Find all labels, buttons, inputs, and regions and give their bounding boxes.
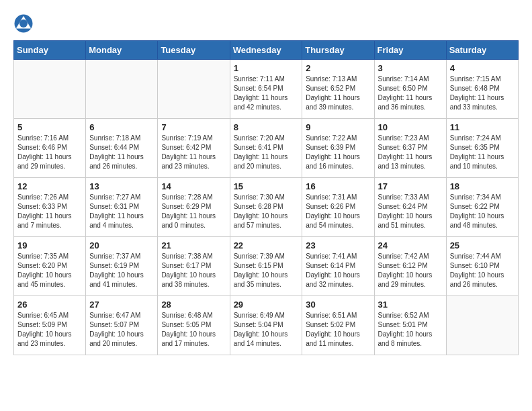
calendar-week-row: 5Sunrise: 7:16 AM Sunset: 6:46 PM Daylig… bbox=[14, 119, 519, 178]
col-header-monday: Monday bbox=[86, 41, 158, 60]
day-number: 27 bbox=[89, 300, 154, 310]
col-header-friday: Friday bbox=[374, 41, 446, 60]
day-info: Sunrise: 6:45 AM Sunset: 5:09 PM Dayligh… bbox=[17, 311, 82, 349]
day-info: Sunrise: 7:30 AM Sunset: 6:28 PM Dayligh… bbox=[234, 193, 299, 230]
calendar-week-row: 1Sunrise: 7:11 AM Sunset: 6:54 PM Daylig… bbox=[14, 60, 519, 119]
day-info: Sunrise: 7:41 AM Sunset: 6:14 PM Dayligh… bbox=[306, 252, 370, 289]
calendar-cell bbox=[14, 60, 86, 119]
calendar-cell: 14Sunrise: 7:28 AM Sunset: 6:29 PM Dayli… bbox=[158, 178, 230, 237]
calendar-week-row: 19Sunrise: 7:35 AM Sunset: 6:20 PM Dayli… bbox=[14, 237, 519, 296]
calendar-cell: 12Sunrise: 7:26 AM Sunset: 6:33 PM Dayli… bbox=[14, 178, 86, 237]
calendar-cell: 24Sunrise: 7:42 AM Sunset: 6:12 PM Dayli… bbox=[374, 237, 446, 296]
day-info: Sunrise: 7:38 AM Sunset: 6:17 PM Dayligh… bbox=[161, 252, 226, 289]
calendar-cell: 6Sunrise: 7:18 AM Sunset: 6:44 PM Daylig… bbox=[86, 119, 158, 178]
calendar-cell: 15Sunrise: 7:30 AM Sunset: 6:28 PM Dayli… bbox=[230, 178, 302, 237]
day-info: Sunrise: 7:18 AM Sunset: 6:44 PM Dayligh… bbox=[89, 134, 154, 171]
day-info: Sunrise: 7:13 AM Sunset: 6:52 PM Dayligh… bbox=[306, 75, 370, 112]
calendar-cell: 30Sunrise: 6:51 AM Sunset: 5:02 PM Dayli… bbox=[302, 296, 374, 355]
day-number: 19 bbox=[17, 240, 82, 250]
calendar-cell: 27Sunrise: 6:47 AM Sunset: 5:07 PM Dayli… bbox=[86, 296, 158, 355]
calendar-cell: 11Sunrise: 7:24 AM Sunset: 6:35 PM Dayli… bbox=[446, 119, 518, 178]
day-number: 30 bbox=[306, 300, 370, 310]
day-number: 28 bbox=[161, 300, 226, 310]
calendar-week-row: 26Sunrise: 6:45 AM Sunset: 5:09 PM Dayli… bbox=[14, 296, 519, 355]
day-number: 21 bbox=[161, 240, 226, 250]
calendar-cell bbox=[446, 296, 518, 355]
day-number: 11 bbox=[450, 122, 515, 132]
col-header-wednesday: Wednesday bbox=[230, 41, 302, 60]
day-info: Sunrise: 7:35 AM Sunset: 6:20 PM Dayligh… bbox=[17, 252, 82, 289]
calendar-cell: 4Sunrise: 7:15 AM Sunset: 6:48 PM Daylig… bbox=[446, 60, 518, 119]
day-number: 15 bbox=[234, 181, 299, 191]
day-info: Sunrise: 7:15 AM Sunset: 6:48 PM Dayligh… bbox=[450, 75, 515, 112]
day-number: 25 bbox=[450, 240, 515, 250]
calendar-cell: 28Sunrise: 6:48 AM Sunset: 5:05 PM Dayli… bbox=[158, 296, 230, 355]
calendar-cell: 21Sunrise: 7:38 AM Sunset: 6:17 PM Dayli… bbox=[158, 237, 230, 296]
day-number: 26 bbox=[17, 300, 82, 310]
col-header-sunday: Sunday bbox=[14, 41, 86, 60]
calendar-cell: 23Sunrise: 7:41 AM Sunset: 6:14 PM Dayli… bbox=[302, 237, 374, 296]
calendar-cell: 26Sunrise: 6:45 AM Sunset: 5:09 PM Dayli… bbox=[14, 296, 86, 355]
day-number: 14 bbox=[161, 181, 226, 191]
day-number: 24 bbox=[378, 240, 443, 250]
calendar-cell: 13Sunrise: 7:27 AM Sunset: 6:31 PM Dayli… bbox=[86, 178, 158, 237]
day-number: 3 bbox=[378, 63, 443, 73]
calendar-cell: 25Sunrise: 7:44 AM Sunset: 6:10 PM Dayli… bbox=[446, 237, 518, 296]
calendar-cell: 31Sunrise: 6:52 AM Sunset: 5:01 PM Dayli… bbox=[374, 296, 446, 355]
calendar-cell: 2Sunrise: 7:13 AM Sunset: 6:52 PM Daylig… bbox=[302, 60, 374, 119]
day-info: Sunrise: 7:24 AM Sunset: 6:35 PM Dayligh… bbox=[450, 134, 515, 171]
calendar-cell: 5Sunrise: 7:16 AM Sunset: 6:46 PM Daylig… bbox=[14, 119, 86, 178]
day-number: 7 bbox=[161, 122, 226, 132]
day-info: Sunrise: 6:51 AM Sunset: 5:02 PM Dayligh… bbox=[306, 311, 370, 349]
col-header-thursday: Thursday bbox=[302, 41, 374, 60]
day-info: Sunrise: 7:33 AM Sunset: 6:24 PM Dayligh… bbox=[378, 193, 443, 230]
day-number: 22 bbox=[234, 240, 299, 250]
calendar-cell: 29Sunrise: 6:49 AM Sunset: 5:04 PM Dayli… bbox=[230, 296, 302, 355]
day-number: 2 bbox=[306, 63, 370, 73]
day-info: Sunrise: 7:44 AM Sunset: 6:10 PM Dayligh… bbox=[450, 252, 515, 289]
calendar-cell: 16Sunrise: 7:31 AM Sunset: 6:26 PM Dayli… bbox=[302, 178, 374, 237]
day-info: Sunrise: 7:31 AM Sunset: 6:26 PM Dayligh… bbox=[306, 193, 370, 230]
day-info: Sunrise: 7:11 AM Sunset: 6:54 PM Dayligh… bbox=[234, 75, 299, 112]
calendar-week-row: 12Sunrise: 7:26 AM Sunset: 6:33 PM Dayli… bbox=[14, 178, 519, 237]
day-number: 31 bbox=[378, 300, 443, 310]
calendar-cell: 20Sunrise: 7:37 AM Sunset: 6:19 PM Dayli… bbox=[86, 237, 158, 296]
logo-icon bbox=[13, 13, 34, 34]
day-number: 23 bbox=[306, 240, 370, 250]
day-number: 18 bbox=[450, 181, 515, 191]
day-number: 20 bbox=[89, 240, 154, 250]
day-info: Sunrise: 7:42 AM Sunset: 6:12 PM Dayligh… bbox=[378, 252, 443, 289]
calendar-cell: 7Sunrise: 7:19 AM Sunset: 6:42 PM Daylig… bbox=[158, 119, 230, 178]
calendar-cell: 8Sunrise: 7:20 AM Sunset: 6:41 PM Daylig… bbox=[230, 119, 302, 178]
day-number: 10 bbox=[378, 122, 443, 132]
day-number: 1 bbox=[234, 63, 299, 73]
svg-point-2 bbox=[19, 19, 28, 28]
calendar-cell: 9Sunrise: 7:22 AM Sunset: 6:39 PM Daylig… bbox=[302, 119, 374, 178]
logo bbox=[13, 13, 36, 34]
day-number: 9 bbox=[306, 122, 370, 132]
calendar-header-row: SundayMondayTuesdayWednesdayThursdayFrid… bbox=[14, 41, 519, 60]
day-number: 6 bbox=[89, 122, 154, 132]
day-info: Sunrise: 6:48 AM Sunset: 5:05 PM Dayligh… bbox=[161, 311, 226, 349]
calendar-cell: 17Sunrise: 7:33 AM Sunset: 6:24 PM Dayli… bbox=[374, 178, 446, 237]
calendar-cell: 10Sunrise: 7:23 AM Sunset: 6:37 PM Dayli… bbox=[374, 119, 446, 178]
calendar-cell: 18Sunrise: 7:34 AM Sunset: 6:22 PM Dayli… bbox=[446, 178, 518, 237]
calendar-cell bbox=[86, 60, 158, 119]
calendar-cell: 19Sunrise: 7:35 AM Sunset: 6:20 PM Dayli… bbox=[14, 237, 86, 296]
col-header-tuesday: Tuesday bbox=[158, 41, 230, 60]
day-info: Sunrise: 7:20 AM Sunset: 6:41 PM Dayligh… bbox=[234, 134, 299, 171]
day-info: Sunrise: 7:26 AM Sunset: 6:33 PM Dayligh… bbox=[17, 193, 82, 230]
calendar-cell bbox=[158, 60, 230, 119]
day-info: Sunrise: 7:27 AM Sunset: 6:31 PM Dayligh… bbox=[89, 193, 154, 230]
day-number: 5 bbox=[17, 122, 82, 132]
calendar-table: SundayMondayTuesdayWednesdayThursdayFrid… bbox=[13, 40, 519, 355]
day-number: 17 bbox=[378, 181, 443, 191]
day-info: Sunrise: 7:39 AM Sunset: 6:15 PM Dayligh… bbox=[234, 252, 299, 289]
calendar-cell: 22Sunrise: 7:39 AM Sunset: 6:15 PM Dayli… bbox=[230, 237, 302, 296]
day-number: 16 bbox=[306, 181, 370, 191]
day-info: Sunrise: 6:47 AM Sunset: 5:07 PM Dayligh… bbox=[89, 311, 154, 349]
day-number: 29 bbox=[234, 300, 299, 310]
day-number: 13 bbox=[89, 181, 154, 191]
day-info: Sunrise: 7:37 AM Sunset: 6:19 PM Dayligh… bbox=[89, 252, 154, 289]
day-info: Sunrise: 6:52 AM Sunset: 5:01 PM Dayligh… bbox=[378, 311, 443, 349]
